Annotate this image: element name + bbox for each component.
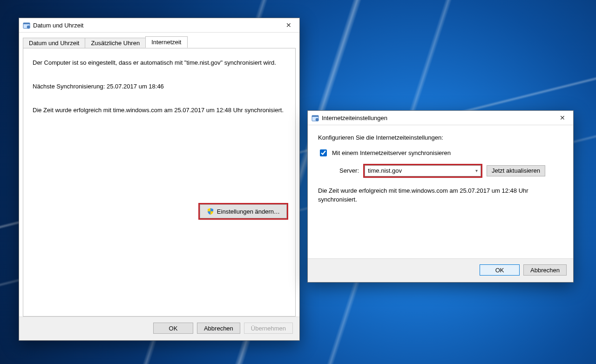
- internet-time-settings-window: Internetzeiteinstellungen ✕ Konfiguriere…: [307, 110, 574, 283]
- sync-status-text: Die Zeit wurde erfolgreich mit time.wind…: [318, 187, 563, 204]
- calendar-clock-icon: [312, 114, 319, 121]
- change-settings-label: Einstellungen ändern…: [217, 208, 280, 215]
- update-now-button[interactable]: Jetzt aktualisieren: [487, 165, 545, 176]
- apply-button: Übernehmen: [244, 323, 293, 334]
- ok-button[interactable]: OK: [153, 323, 193, 334]
- server-value: time.nist.gov: [368, 167, 402, 174]
- chevron-down-icon: ▾: [475, 168, 478, 173]
- uac-shield-icon: [207, 208, 214, 215]
- window-title: Internetzeiteinstellungen: [322, 115, 555, 121]
- window-title: Datum und Uhrzeit: [33, 22, 281, 29]
- tab-strip: Datum und Uhrzeit Zusätzliche Uhren Inte…: [19, 33, 299, 48]
- titlebar[interactable]: Internetzeiteinstellungen ✕: [308, 111, 573, 125]
- close-button[interactable]: ✕: [555, 113, 570, 123]
- last-sync-text: Die Zeit wurde erfolgreich mit time.wind…: [33, 106, 286, 115]
- tab-internet-time[interactable]: Internetzeit: [145, 36, 187, 48]
- date-time-window: Datum und Uhrzeit ✕ Datum und Uhrzeit Zu…: [19, 18, 300, 341]
- titlebar[interactable]: Datum und Uhrzeit ✕: [19, 18, 299, 33]
- sync-enable-checkbox[interactable]: [320, 149, 327, 156]
- server-combobox[interactable]: time.nist.gov ▾: [365, 165, 481, 176]
- cancel-button[interactable]: Abbrechen: [523, 264, 567, 276]
- sync-enable-label: Mit einem Internetzeitserver synchronisi…: [332, 149, 451, 156]
- sync-description: Der Computer ist so eingestellt, dass er…: [33, 59, 286, 67]
- ok-button[interactable]: OK: [480, 264, 520, 276]
- server-label: Server:: [335, 167, 359, 174]
- change-settings-button[interactable]: Einstellungen ändern…: [200, 204, 287, 218]
- cancel-button[interactable]: Abbrechen: [197, 323, 240, 334]
- close-button[interactable]: ✕: [281, 20, 297, 30]
- calendar-clock-icon: [23, 21, 30, 29]
- tab-date-time[interactable]: Datum und Uhrzeit: [23, 38, 85, 48]
- svg-rect-1: [23, 23, 30, 24]
- change-settings-highlight: Einstellungen ändern…: [200, 204, 287, 218]
- svg-rect-4: [312, 115, 318, 117]
- tab-additional-clocks[interactable]: Zusätzliche Uhren: [85, 38, 146, 48]
- intro-text: Konfigurieren Sie die Internetzeiteinste…: [318, 134, 563, 142]
- dialog-button-bar: OK Abbrechen: [308, 258, 573, 282]
- next-sync-text: Nächste Synchronisierung: 25.07.2017 um …: [33, 82, 286, 91]
- tabpage-internet-time: Der Computer ist so eingestellt, dass er…: [23, 48, 296, 317]
- dialog-button-bar: OK Abbrechen Übernehmen: [19, 317, 299, 340]
